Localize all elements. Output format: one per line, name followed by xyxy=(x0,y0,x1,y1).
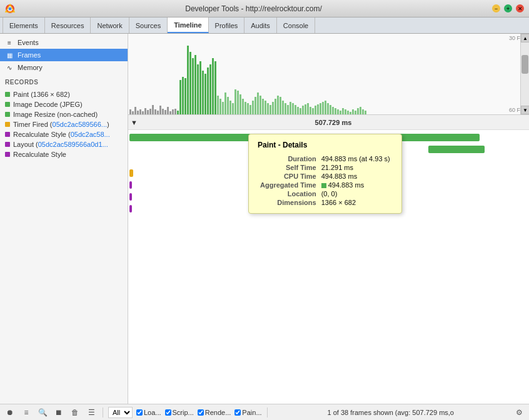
record-item-timer-fired[interactable]: Timer Fired (05dc2ac589566...) xyxy=(0,119,128,129)
tab-timeline[interactable]: Timeline xyxy=(168,18,208,33)
frame-bar xyxy=(159,106,161,114)
timeline-dropdown-icon[interactable]: ▼ xyxy=(131,119,138,126)
scroll-up-button[interactable]: ▲ xyxy=(521,34,529,42)
timeline-header: ▼ 507.729 ms xyxy=(128,115,529,130)
search-button[interactable]: 🔍 xyxy=(36,406,49,419)
record-item-image-resize[interactable]: Image Resize (non-cached) xyxy=(0,109,128,119)
tooltip: Paint - Details Duration 494.883 ms (at … xyxy=(248,134,402,214)
frame-bar xyxy=(312,108,314,114)
frame-bar xyxy=(282,101,284,114)
records-header: RECORDS xyxy=(0,76,128,87)
layout-link[interactable]: 05dc2ac589566a0d1... xyxy=(38,141,108,148)
frame-bar xyxy=(214,61,216,114)
filter-painting-label: Pain... xyxy=(242,409,261,416)
filter-rendering[interactable]: Rende... xyxy=(198,409,231,416)
record-item-recalc1[interactable]: Recalculate Style (05dc2ac58... xyxy=(0,129,128,139)
recalc2-dot xyxy=(5,152,10,157)
frame-bar xyxy=(129,109,131,114)
frame-bar xyxy=(202,71,204,114)
tooltip-row-dimensions: Dimensions 1366 × 682 xyxy=(258,198,393,207)
frame-bar xyxy=(179,80,181,114)
frame-bar xyxy=(317,104,319,114)
tooltip-key-location: Location xyxy=(258,189,319,198)
scroll-thumb[interactable] xyxy=(521,55,528,74)
tab-profiles[interactable]: Profiles xyxy=(209,18,245,33)
paint-label: Paint (1366 × 682) xyxy=(13,91,70,98)
filter-button[interactable]: ☰ xyxy=(85,406,98,419)
trash-button[interactable]: 🗑 xyxy=(69,406,81,419)
events-icon: ≡ xyxy=(5,38,14,47)
minimize-button[interactable]: − xyxy=(492,4,500,12)
stop-button[interactable]: ⏹ xyxy=(53,406,65,419)
tooltip-title: Paint - Details xyxy=(258,141,393,149)
frame-bar xyxy=(222,102,224,114)
record-button[interactable]: ⏺ xyxy=(4,406,16,419)
filter-painting[interactable]: Pain... xyxy=(234,409,261,416)
sidebar-item-events-label: Events xyxy=(18,39,39,46)
tab-sources[interactable]: Sources xyxy=(129,18,168,33)
timer-fired-label: Timer Fired (05dc2ac589566...) xyxy=(13,121,109,128)
scroll-down-button[interactable]: ▼ xyxy=(521,106,529,114)
filter-loading[interactable]: Loa... xyxy=(136,409,161,416)
frame-bar xyxy=(134,107,136,114)
tooltip-row-location: Location (0, 0) xyxy=(258,189,393,198)
frame-bar xyxy=(144,108,146,114)
tab-network[interactable]: Network xyxy=(91,18,129,33)
frame-bar xyxy=(254,97,256,114)
timer-fired-link[interactable]: 05dc2ac589566... xyxy=(53,121,107,128)
record-item-image-decode[interactable]: Image Decode (JPEG) xyxy=(0,99,128,109)
frame-bar xyxy=(164,110,166,114)
frame-bar xyxy=(262,99,264,114)
frame-bar xyxy=(242,99,244,114)
frame-bar xyxy=(244,102,246,114)
frame-bar xyxy=(355,111,356,114)
clear-button[interactable]: ≡ xyxy=(20,406,33,419)
maximize-button[interactable]: + xyxy=(504,4,512,12)
sidebar-item-frames[interactable]: ▦ Frames xyxy=(0,49,128,61)
recalc2-label: Recalculate Style xyxy=(13,151,66,158)
filter-scripting-checkbox[interactable] xyxy=(165,409,171,416)
tooltip-val-dimensions: 1366 × 682 xyxy=(319,198,393,207)
frame-bar xyxy=(167,107,169,114)
bars-container xyxy=(128,34,516,114)
all-filter-select[interactable]: All xyxy=(108,407,133,418)
frame-status: 1 of 38 frames shown (avg: 507.729 ms,o xyxy=(273,409,509,416)
frame-bar xyxy=(172,109,174,114)
sidebar-item-events[interactable]: ≡ Events xyxy=(0,36,128,49)
frame-bar xyxy=(327,103,329,114)
sidebar-item-memory[interactable]: ∿ Memory xyxy=(0,61,128,74)
frame-bar xyxy=(315,106,316,114)
settings-button[interactable]: ⚙ xyxy=(513,406,525,419)
tooltip-row-selftime: Self Time 21.291 ms xyxy=(258,163,393,172)
frame-bar xyxy=(362,109,364,114)
filter-painting-checkbox[interactable] xyxy=(234,409,241,416)
close-button[interactable]: ✕ xyxy=(516,4,524,12)
filter-scripting[interactable]: Scrip... xyxy=(165,409,194,416)
frame-bar xyxy=(177,111,179,114)
filter-loading-checkbox[interactable] xyxy=(136,409,143,416)
record-item-paint[interactable]: Paint (1366 × 682) xyxy=(0,89,128,99)
frame-bar xyxy=(207,68,209,114)
record-item-recalc2[interactable]: Recalculate Style xyxy=(0,149,128,159)
filter-scripting-label: Scrip... xyxy=(173,409,194,416)
bottombar: ⏺ ≡ 🔍 ⏹ 🗑 ☰ All Loa... Scrip... Rende...… xyxy=(0,404,529,420)
frame-bar xyxy=(217,96,219,114)
tooltip-row-cputime: CPU Time 494.883 ms xyxy=(258,172,393,181)
timeline-scrollbar[interactable]: ▲ ▼ xyxy=(520,34,529,114)
recalc1-link[interactable]: 05dc2ac58... xyxy=(71,131,110,138)
frame-bar xyxy=(292,103,294,114)
frame-bar xyxy=(340,111,341,114)
tab-resources[interactable]: Resources xyxy=(45,18,91,33)
tooltip-key-selftime: Self Time xyxy=(258,163,319,172)
chrome-icon xyxy=(5,4,15,14)
sidebar-item-memory-label: Memory xyxy=(18,64,43,71)
frames-chart[interactable]: 30 FPS 60 FPS ▲ ▼ xyxy=(128,34,529,115)
tab-audits[interactable]: Audits xyxy=(244,18,277,33)
tooltip-val-aggregated: 494.883 ms xyxy=(319,181,393,189)
filter-rendering-checkbox[interactable] xyxy=(198,409,204,416)
tab-elements[interactable]: Elements xyxy=(3,18,45,33)
record-item-layout[interactable]: Layout (05dc2ac589566a0d1... xyxy=(0,139,128,149)
tooltip-val-duration: 494.883 ms (at 4.93 s) xyxy=(319,154,393,163)
tab-console[interactable]: Console xyxy=(277,18,315,33)
image-decode-dot xyxy=(5,102,10,107)
